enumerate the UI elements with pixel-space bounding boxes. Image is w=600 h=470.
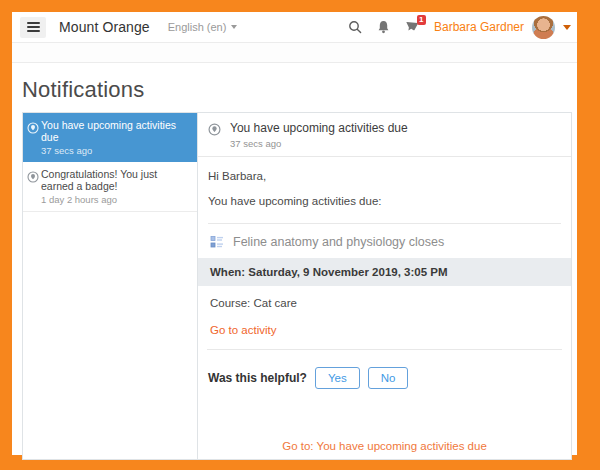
avatar[interactable] [532,16,555,39]
site-name[interactable]: Mount Orange [59,19,150,35]
hamburger-menu-button[interactable] [20,17,46,38]
feedback-no-button[interactable]: No [368,367,409,389]
activity-name-row: Feline anatomy and physiology closes [208,224,561,258]
notification-list: You have upcoming activities due 37 secs… [23,113,198,459]
notification-time: 1 day 2 hours ago [41,194,191,205]
chevron-down-icon [231,25,237,29]
activity-course: Course: Cat care [208,286,561,320]
detail-body: Hi Barbara, You have upcoming activities… [198,157,571,459]
notification-list-item-selected[interactable]: You have upcoming activities due 37 secs… [23,113,197,162]
greeting-text: Hi Barbara, [208,170,561,182]
feedback-row: Was this helpful? Yes No [208,367,561,389]
main-content: Notifications You have upcoming activiti… [12,77,577,460]
page-title: Notifications [22,77,572,103]
user-menu-chevron-icon[interactable] [563,25,571,30]
page-container: Mount Orange English (en) [12,12,577,455]
notification-icon [27,120,39,138]
detail-header: You have upcoming activities due 37 secs… [198,113,571,157]
notification-title: Congratulations! You just earned a badge… [41,168,191,192]
notification-time: 37 secs ago [41,145,191,156]
message-count-badge: 1 [417,15,426,25]
user-name[interactable]: Barbara Gardner [434,20,524,34]
secondary-bar [12,43,577,63]
detail-header-text: You have upcoming activities due 37 secs… [230,121,408,149]
detail-title: You have upcoming activities due [230,121,408,135]
quiz-icon [210,235,224,249]
notifications-bell-icon[interactable] [377,20,390,34]
top-navbar: Mount Orange English (en) [12,12,577,43]
language-menu[interactable]: English (en) [168,21,238,33]
go-to-activity-link[interactable]: Go to activity [208,322,278,349]
activity-when: When: Saturday, 9 November 2019, 3:05 PM [198,258,571,286]
go-to-notification-link[interactable]: Go to: You have upcoming activities due [198,440,571,452]
notification-title: You have upcoming activities due [41,119,191,143]
notifications-panel: You have upcoming activities due 37 secs… [22,112,572,460]
notification-icon [208,122,221,140]
intro-text: You have upcoming activities due: [208,195,561,207]
divider [207,349,562,350]
messages-icon[interactable]: 1 [405,20,420,34]
detail-time: 37 secs ago [230,138,408,149]
topbar-right: 1 Barbara Gardner [333,16,571,39]
notification-detail: You have upcoming activities due 37 secs… [198,113,571,459]
notification-icon [27,169,39,187]
feedback-question: Was this helpful? [208,371,307,385]
feedback-yes-button[interactable]: Yes [315,367,360,389]
activity-name: Feline anatomy and physiology closes [233,235,444,249]
language-label: English (en) [168,21,227,33]
activity-section: Feline anatomy and physiology closes Whe… [208,223,561,350]
page-root: { "colors": { "frame_orange": "#f7861d",… [0,0,600,470]
search-icon[interactable] [348,20,362,34]
notification-list-item[interactable]: Congratulations! You just earned a badge… [23,162,197,212]
